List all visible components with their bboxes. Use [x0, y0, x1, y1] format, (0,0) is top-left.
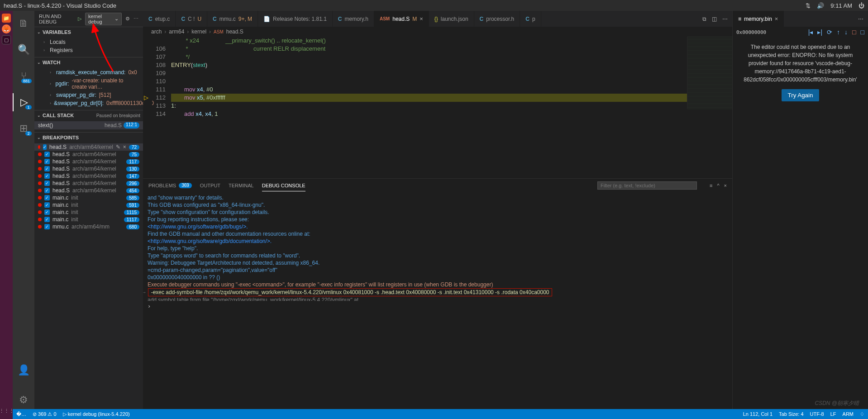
activity-settings[interactable]: ⚙ [13, 391, 34, 409]
status-encoding[interactable]: UTF-8 [810, 411, 824, 417]
time-label: 9:11 AM [830, 2, 852, 9]
status-problems[interactable]: ⊘ 369 ⚠ 0 [33, 411, 57, 417]
editor-tab[interactable]: ASMhead.SM× [374, 11, 429, 27]
close-panel-icon[interactable]: × [724, 183, 727, 188]
editor-tab[interactable]: Cp [520, 11, 541, 27]
breakpoint-row[interactable]: ✓head.Sarch/arm64/kernel454 [34, 187, 143, 194]
dock-apps-icon[interactable]: ⋮⋮⋮ [2, 406, 11, 415]
activity-account[interactable]: 👤 [13, 361, 34, 379]
breakpoint-row[interactable]: ✓mmu.carch/arm64/mm680 [34, 223, 143, 230]
maximize-icon[interactable]: ^ [717, 183, 719, 188]
nav-next-icon[interactable]: ▸| [817, 29, 822, 36]
system-indicators: ⇅ 🔊 9:11 AM ⏻ [806, 2, 864, 9]
stop-icon[interactable]: □ [852, 29, 856, 36]
watch-item[interactable]: ›swapper_pg_dir: [512] [34, 91, 143, 99]
memory-tab[interactable]: ≡ memory.bin × [733, 11, 784, 27]
variables-registers[interactable]: ›Registers [34, 46, 143, 54]
breakpoint-row[interactable]: ✓main.cinit591 [34, 201, 143, 209]
volume-icon[interactable]: 🔊 [817, 2, 824, 9]
status-cursor[interactable]: Ln 112, Col 1 [743, 411, 773, 417]
code-editor[interactable]: ▷ 106107108109110111112113114 * x24 __pr… [143, 37, 732, 109]
up-icon[interactable]: ↑ [837, 29, 840, 36]
breakpoint-row[interactable]: ✓head.Sarch/arm64/kernel147 [34, 172, 143, 180]
variables-locals[interactable]: ›Locals [34, 38, 143, 46]
watch-item[interactable]: ›ramdisk_execute_command: 0x0 [34, 68, 143, 76]
memory-editor-panel: ≡ memory.bin × ⋯ 0x00000000 |◂ ▸| ⟳ ↑ ↓ … [732, 11, 868, 409]
memory-address: 0x00000000 [736, 29, 804, 35]
activity-extensions[interactable]: ⊞2 [13, 119, 34, 138]
watch-section: ⌄WATCH ›ramdisk_execute_command: 0x0›pgd… [34, 57, 143, 110]
callstack-frame[interactable]: stext() head.S 112:1 [34, 121, 143, 129]
editor-tab[interactable]: Cprocessor.h [474, 11, 520, 27]
editor-tab[interactable]: Cmmu.c9+, M [207, 11, 258, 27]
breakpoint-row[interactable]: ✓head.Sarch/arm64/kernel130 [34, 165, 143, 172]
filter-icon[interactable]: ≡ [710, 183, 712, 188]
remote-indicator[interactable]: �… [16, 411, 26, 417]
refresh-icon[interactable]: ⟳ [827, 29, 832, 36]
editor-tab[interactable]: Cetup.c [143, 11, 176, 27]
nav-prev-icon[interactable]: |◂ [808, 29, 813, 36]
start-debug-icon[interactable]: ▷ [78, 16, 81, 22]
watch-item[interactable]: ›pgdir: -var-create: unable to create va… [34, 76, 143, 91]
close-icon[interactable]: × [775, 15, 778, 22]
debug-config-dropdown[interactable]: kernel debug⌄ [85, 13, 122, 25]
console-filter [597, 181, 697, 190]
gear-icon[interactable]: ⚙ [125, 16, 130, 22]
watch-header[interactable]: ⌄WATCH [34, 57, 143, 67]
variables-header[interactable]: ⌄VARIABLES [34, 27, 143, 37]
compare-icon[interactable]: ⧉ [702, 16, 706, 22]
watch-item[interactable]: ›&swapper_pg_dir[0]: 0xffff80001130c000 [34, 99, 143, 107]
activity-scm[interactable]: ⑂881 [13, 67, 34, 85]
status-bar: �… ⊘ 369 ⚠ 0 ▷ kernel debug (linux-5.4.2… [13, 409, 868, 419]
editor-error: The editor could not be opened due to an… [733, 38, 868, 107]
editor-tab[interactable]: 📄Release Notes: 1.81.1 [258, 11, 333, 27]
split-icon[interactable]: ◫ [712, 16, 717, 22]
status-feedback[interactable]: ♢ [860, 411, 864, 417]
tab-terminal[interactable]: TERMINAL [229, 180, 254, 191]
more-icon[interactable]: ⋯ [722, 16, 728, 22]
activity-search[interactable]: 🔍 [13, 41, 34, 59]
filter-input[interactable] [597, 181, 697, 190]
status-indent[interactable]: Tab Size: 4 [779, 411, 803, 417]
console-input-prompt[interactable]: › [143, 301, 732, 409]
network-icon[interactable]: ⇅ [806, 2, 811, 9]
more-icon[interactable]: ⋯ [134, 16, 138, 22]
panel-actions: ≡ ^ × [710, 183, 727, 188]
down-icon[interactable]: ↓ [844, 29, 848, 36]
breakpoint-row[interactable]: ✓main.cinit1117 [34, 216, 143, 223]
editor-tab[interactable]: Cmemory.h [333, 11, 374, 27]
breakpoint-row[interactable]: ✓main.cinit585 [34, 194, 143, 201]
breakpoint-row[interactable]: ✓head.Sarch/arm64/kernel117 [34, 158, 143, 165]
debug-sidebar: RUN AND DEBUG ▷ kernel debug⌄ ⚙ ⋯ ⌄VARIA… [34, 11, 143, 409]
breakpoints-section: ⌄BREAKPOINTS ✓head.Sarch/arm64/kernel✎×7… [34, 132, 143, 409]
collapse-icon[interactable]: □ [861, 29, 864, 36]
breakpoint-row[interactable]: ✓head.Sarch/arm64/kernel296 [34, 180, 143, 187]
editor-area: Cetup.cCC !UCmmu.c9+, M📄Release Notes: 1… [143, 11, 868, 409]
breakpoint-row[interactable]: ✓main.cinit1115 [34, 209, 143, 216]
power-icon[interactable]: ⏻ [858, 2, 864, 9]
dock-files-icon[interactable]: 📁 [2, 14, 11, 23]
activity-debug[interactable]: ▷1 [13, 93, 34, 111]
run-debug-header: RUN AND DEBUG ▷ kernel debug⌄ ⚙ ⋯ [34, 11, 143, 27]
breakpoint-row[interactable]: ✓head.Sarch/arm64/kernel✎×72 [34, 143, 143, 151]
debug-console[interactable]: and "show warranty" for details.This GDB… [143, 192, 732, 301]
activity-explorer[interactable]: 🗎 [13, 14, 34, 33]
tab-problems[interactable]: PROBLEMS369 [148, 180, 192, 191]
status-debug-target[interactable]: ▷ kernel debug (linux-5.4.220) [63, 411, 130, 417]
callstack-header[interactable]: ⌄CALL STACKPaused on breakpoint [34, 110, 143, 120]
editor-tab[interactable]: CC !U [176, 11, 207, 27]
status-eol[interactable]: LF [830, 411, 836, 417]
breadcrumb[interactable]: arch› arm64› kernel› ASM head.S [143, 27, 732, 37]
editor-tab[interactable]: {}launch.json [429, 11, 474, 27]
watermark: CSDN @朝寒夕晴 [815, 400, 859, 407]
status-lang[interactable]: ARM [843, 411, 854, 417]
more-icon[interactable]: ⋯ [858, 16, 863, 22]
dock-firefox-icon[interactable]: 🦊 [2, 24, 11, 33]
dock-terminal-icon[interactable]: ▢ [2, 35, 11, 44]
try-again-button[interactable]: Try Again [782, 89, 820, 101]
minimap[interactable] [687, 37, 732, 109]
breakpoint-row[interactable]: ✓head.Sarch/arm64/kernel75 [34, 151, 143, 158]
breakpoints-header[interactable]: ⌄BREAKPOINTS [34, 133, 143, 143]
tab-debug-console[interactable]: DEBUG CONSOLE [262, 180, 305, 191]
tab-output[interactable]: OUTPUT [200, 180, 220, 191]
